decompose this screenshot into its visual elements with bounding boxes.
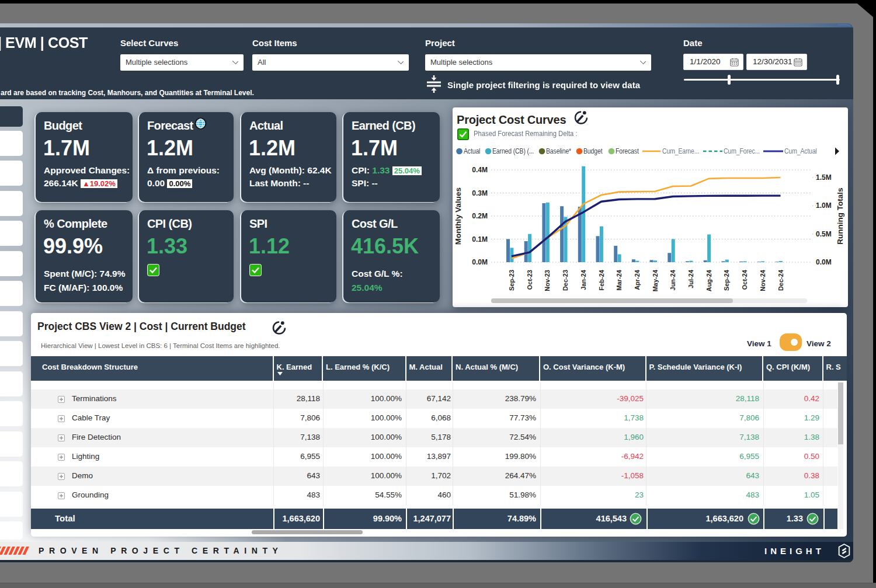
svg-text:0.4M: 0.4M <box>472 166 488 174</box>
svg-text:Nov-23: Nov-23 <box>544 270 551 291</box>
svg-text:Mar-24: Mar-24 <box>616 269 623 290</box>
svg-text:1.5M: 1.5M <box>816 173 832 182</box>
svg-text:Aug-24: Aug-24 <box>705 269 712 291</box>
svg-text:0.5M: 0.5M <box>816 230 832 238</box>
svg-text:0.0M: 0.0M <box>816 258 832 266</box>
svg-text:Running Totals: Running Totals <box>836 187 844 244</box>
svg-text:Feb-24: Feb-24 <box>598 269 605 290</box>
svg-text:May-24: May-24 <box>652 269 659 291</box>
svg-text:Nov-24: Nov-24 <box>759 269 766 291</box>
svg-text:Oct-24: Oct-24 <box>741 269 748 290</box>
svg-text:Sep-23: Sep-23 <box>508 270 515 291</box>
svg-text:Monthly Values: Monthly Values <box>454 187 463 245</box>
svg-text:1.0M: 1.0M <box>816 201 832 210</box>
svg-text:Apr-24: Apr-24 <box>634 269 641 290</box>
svg-text:Sep-24: Sep-24 <box>723 269 730 291</box>
svg-text:Oct-23: Oct-23 <box>526 270 533 290</box>
svg-text:Jun-24: Jun-24 <box>669 269 676 290</box>
svg-text:Dec-24: Dec-24 <box>777 269 784 291</box>
svg-text:0.0M: 0.0M <box>472 258 488 266</box>
svg-text:Jan-24: Jan-24 <box>580 269 587 290</box>
svg-text:0.1M: 0.1M <box>472 235 488 243</box>
svg-text:Dec-23: Dec-23 <box>562 270 569 291</box>
svg-text:Jul-24: Jul-24 <box>687 269 694 288</box>
svg-text:0.3M: 0.3M <box>472 189 488 197</box>
svg-text:0.2M: 0.2M <box>472 212 488 220</box>
